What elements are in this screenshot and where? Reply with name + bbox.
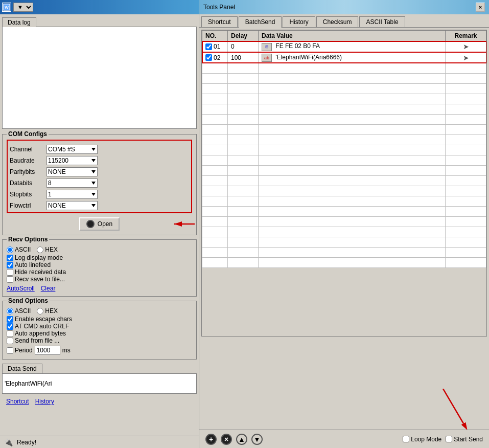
table-row [202,124,486,135]
tools-title-bar: Tools Panel × [199,0,489,14]
col-data-value: Data Value [259,31,446,41]
table-row [202,83,486,94]
send-hex-radio[interactable]: HEX [37,307,58,315]
status-bar: 🔌 Ready! [0,436,199,448]
row2-checkbox[interactable] [205,54,212,61]
open-button[interactable]: Open [79,217,120,231]
send-from-file-check[interactable]: Send from file ... [7,337,192,344]
log-display-check[interactable]: Log display mode [7,254,192,261]
table-row [202,63,486,73]
enable-escape-check[interactable]: Enable escape chars [7,316,192,323]
data-log-area [2,27,197,129]
col-no: NO. [202,31,228,41]
recv-options-title: Recv Options [7,236,49,243]
data-value-1: FE FE 02 B0 FA [275,42,320,50]
stopbits-label: Stopbits [10,191,44,198]
col-remark: Remark [446,31,486,41]
history-link[interactable]: History [35,398,54,405]
tab-checksum[interactable]: Checksum [316,16,359,27]
app-icon: W [2,3,11,12]
cell-data-2: ab 'ElephantWiFi(Aria6666) [259,52,446,63]
add-button[interactable]: + [205,434,217,445]
recv-options-group: Recv Options ASCII HEX Log display mode … [2,239,197,297]
recv-ascii-radio[interactable]: ASCII [7,246,31,253]
send-ascii-radio[interactable]: ASCII [7,307,31,315]
up-button[interactable]: ▲ [236,434,247,445]
batch-send-content: NO. Delay Data Value Remark 01 [199,28,489,430]
start-send-check[interactable]: Start Send [446,436,483,443]
row1-checkbox[interactable] [205,43,212,50]
svg-text:W: W [5,5,9,10]
down-button[interactable]: ▼ [251,434,263,445]
hex-icon-1: ⊞ [262,43,272,51]
table-row [202,206,486,216]
stopbits-select[interactable]: 1 [46,190,98,199]
col-delay: Delay [228,31,259,41]
flowctrl-select[interactable]: NONE [46,201,98,210]
table-header-row: NO. Delay Data Value Remark [202,31,486,41]
left-title-bar: W ▼ [0,0,199,14]
table-row [202,114,486,124]
left-content: Data log COM Configs Channel COM5 #S Bau… [0,14,199,436]
close-button[interactable]: × [476,3,485,12]
period-check[interactable]: Period [7,347,33,354]
title-dropdown[interactable]: ▼ [13,3,33,12]
recv-save-check[interactable]: Recv save to file... [7,276,192,283]
table-row [202,104,486,114]
loop-mode-check[interactable]: Loop Mode [403,436,441,443]
bottom-links: Shortcut History [2,396,197,407]
cell-remark-1: ➤ [446,41,486,53]
bottom-right: Loop Mode Start Send [403,436,483,443]
com-configs-title: COM Configs [7,130,49,138]
com-configs-inner: Channel COM5 #S Baudrate 115200 Paritybi… [7,140,192,213]
recv-hex-radio[interactable]: HEX [37,246,58,253]
flowctrl-label: Flowctrl [10,202,44,209]
tab-batchsend[interactable]: BatchSend [239,16,282,28]
cell-delay-1: 0 [228,41,259,53]
autoscroll-link[interactable]: AutoScroll [7,285,35,292]
status-icon: 🔌 [4,438,13,446]
data-value-2: 'ElephantWiFi(Aria6666) [275,54,342,61]
open-arrow-annotation [172,219,197,229]
table-row [202,135,486,145]
baudrate-label: Baudrate [10,157,44,164]
right-panel: Tools Panel × Shortcut BatchSend History… [199,0,489,448]
send-arrow-2[interactable]: ➤ [463,54,469,62]
period-input[interactable] [35,346,60,355]
table-row: 01 0 ⊞ FE FE 02 B0 FA ➤ [202,41,486,53]
clear-link[interactable]: Clear [41,285,56,292]
table-row [202,196,486,206]
paritybits-row: Paritybits NONE [10,167,189,176]
databits-select[interactable]: 8 [46,178,98,188]
tab-shortcut[interactable]: Shortcut [201,16,238,27]
hide-received-check[interactable]: Hide received data [7,268,192,276]
channel-row: Channel COM5 #S [10,145,189,154]
cell-no-2: 02 [202,52,228,63]
baudrate-select[interactable]: 115200 [46,156,98,165]
auto-append-check[interactable]: Auto append bytes [7,330,192,337]
data-send-tab[interactable]: Data Send [2,364,42,373]
stopbits-row: Stopbits 1 [10,190,189,199]
table-row [202,247,486,257]
status-text: Ready! [17,439,36,446]
auto-linefeed-check[interactable]: Auto linefeed [7,261,192,268]
send-options-title: Send Options [7,297,50,304]
data-send-input[interactable] [2,373,197,394]
remove-button[interactable]: × [221,434,232,445]
ms-label: ms [62,347,71,354]
channel-select[interactable]: COM5 #S [46,145,98,154]
paritybits-select[interactable]: NONE [46,167,98,176]
at-cmd-check[interactable]: AT CMD auto CRLF [7,323,192,330]
tools-panel-title: Tools Panel [203,4,235,11]
batch-table-scroll[interactable]: NO. Delay Data Value Remark 01 [201,30,487,337]
send-options-group: Send Options ASCII HEX Enable escape cha… [2,301,197,360]
shortcut-link[interactable]: Shortcut [6,398,29,405]
send-arrow-1[interactable]: ➤ [463,42,469,51]
tab-history[interactable]: History [283,16,315,27]
data-log-tab[interactable]: Data log [2,17,36,27]
tab-ascii-table[interactable]: ASCII Table [359,16,405,27]
left-panel: W ▼ Data log COM Configs Channel COM5 #S [0,0,199,448]
baudrate-row: Baudrate 115200 [10,156,189,165]
open-btn-row: Open [7,217,192,231]
table-row [202,145,486,155]
